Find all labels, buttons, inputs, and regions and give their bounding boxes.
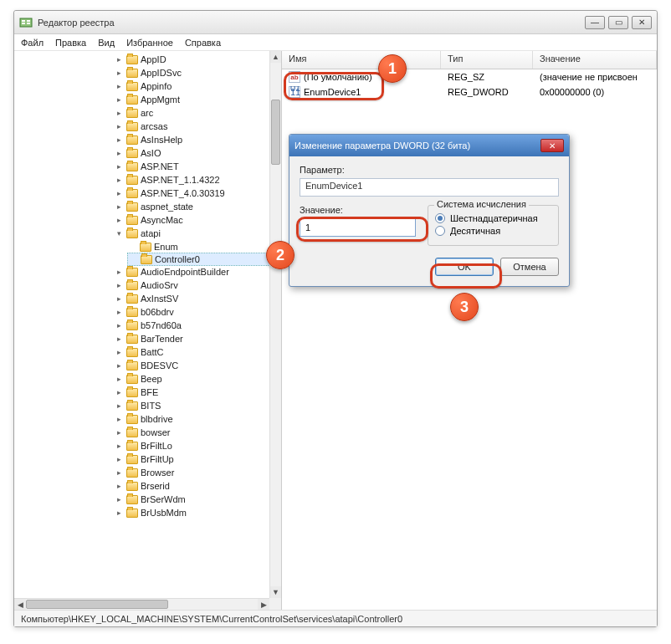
- tree-node[interactable]: ▸Appinfo: [115, 79, 269, 93]
- tree-node[interactable]: ▸bowser: [115, 426, 269, 439]
- tree-node[interactable]: ▸b06bdrv: [115, 305, 269, 319]
- expand-icon[interactable]: ▸: [115, 509, 124, 518]
- tree-node[interactable]: ▸AsInsHelp: [115, 133, 269, 146]
- expand-icon[interactable]: ▸: [115, 375, 124, 384]
- menu-favorites[interactable]: Избранное: [126, 38, 173, 48]
- titlebar[interactable]: Редактор реестра — ▭ ✕: [14, 11, 657, 34]
- expand-icon[interactable]: ▸: [115, 109, 124, 118]
- tree-node[interactable]: ▸AppMgmt: [115, 93, 269, 106]
- tree-node[interactable]: ▸BarTender: [115, 332, 269, 345]
- expand-icon[interactable]: ▸: [115, 361, 124, 371]
- tree-node[interactable]: Enum: [128, 240, 269, 253]
- tree-node[interactable]: ▸AxInstSV: [115, 292, 269, 305]
- tree-node[interactable]: ▸BDESVC: [115, 359, 269, 372]
- expand-icon[interactable]: ▸: [115, 455, 124, 464]
- tree-node[interactable]: ▸ASP.NET_4.0.30319: [115, 187, 269, 200]
- expand-icon[interactable]: ▸: [115, 401, 124, 411]
- expand-icon[interactable]: ▸: [115, 189, 124, 198]
- tree-node[interactable]: ▸BITS: [115, 399, 269, 412]
- expand-icon[interactable]: ▸: [115, 495, 124, 504]
- tree-node[interactable]: ▸BFE: [115, 386, 269, 399]
- tree-node[interactable]: ▸arcsas: [115, 120, 269, 133]
- expand-icon[interactable]: ▸: [115, 216, 124, 225]
- param-name-field[interactable]: EnumDevice1: [300, 178, 559, 197]
- expand-icon[interactable]: ▸: [115, 348, 124, 357]
- dialog-close-button[interactable]: ✕: [540, 139, 564, 152]
- scroll-down-icon[interactable]: ▼: [270, 586, 281, 598]
- regedit-window: Редактор реестра — ▭ ✕ Файл Правка Вид И…: [13, 10, 658, 627]
- expand-icon[interactable]: ▸: [115, 149, 124, 158]
- tree-node[interactable]: ▸AsyncMac: [115, 213, 269, 227]
- tree-node[interactable]: ▸aspnet_state: [115, 200, 269, 213]
- column-name[interactable]: Имя: [282, 51, 441, 69]
- expand-icon[interactable]: ▸: [115, 95, 124, 105]
- tree-node[interactable]: ▾atapi: [115, 227, 269, 240]
- tree-node[interactable]: ▸BrFiltLo: [115, 439, 269, 452]
- tree-node[interactable]: ▸BrFiltUp: [115, 452, 269, 466]
- tree-node[interactable]: ▸Brserid: [115, 479, 269, 493]
- expand-icon[interactable]: ▸: [115, 321, 124, 330]
- tree-node[interactable]: ▸BrSerWdm: [115, 493, 269, 506]
- expand-icon[interactable]: ▸: [115, 281, 124, 290]
- menu-view[interactable]: Вид: [98, 38, 115, 48]
- tree-node[interactable]: Controller0: [127, 253, 269, 266]
- menu-edit[interactable]: Правка: [55, 38, 86, 48]
- collapse-icon[interactable]: ▾: [115, 229, 124, 238]
- cancel-button[interactable]: Отмена: [500, 258, 559, 276]
- tree-node[interactable]: ▸b57nd60a: [115, 319, 269, 332]
- expand-icon[interactable]: ▸: [115, 415, 124, 424]
- tree-node[interactable]: ▸AppIDSvc: [115, 66, 269, 79]
- menu-file[interactable]: Файл: [21, 38, 44, 48]
- expand-icon[interactable]: ▸: [115, 69, 124, 78]
- tree-node[interactable]: ▸blbdrive: [115, 412, 269, 426]
- expand-icon[interactable]: ▸: [115, 135, 124, 145]
- ok-button[interactable]: OK: [435, 258, 494, 276]
- tree-node[interactable]: ▸BattC: [115, 345, 269, 359]
- radio-hexadecimal[interactable]: Шестнадцатеричная: [435, 213, 551, 223]
- registry-tree[interactable]: ▸AppID▸AppIDSvc▸Appinfo▸AppMgmt▸arc▸arcs…: [14, 51, 269, 598]
- expand-icon[interactable]: ▸: [115, 482, 124, 491]
- tree-node[interactable]: ▸AppID: [115, 53, 269, 66]
- tree-node[interactable]: ▸ASP.NET: [115, 160, 269, 173]
- tree-node[interactable]: ▸AsIO: [115, 146, 269, 160]
- expand-icon[interactable]: ▸: [115, 176, 124, 185]
- expand-icon[interactable]: ▸: [115, 468, 124, 478]
- expand-icon[interactable]: ▸: [115, 308, 124, 317]
- column-type[interactable]: Тип: [441, 51, 533, 69]
- expand-icon[interactable]: ▸: [115, 442, 124, 451]
- scroll-right-icon[interactable]: ▶: [258, 599, 269, 610]
- radio-decimal[interactable]: Десятичная: [435, 226, 551, 236]
- expand-icon[interactable]: ▸: [115, 294, 124, 304]
- tree-node[interactable]: ▸ASP.NET_1.1.4322: [115, 173, 269, 187]
- menu-help[interactable]: Справка: [185, 38, 221, 48]
- column-data[interactable]: Значение: [533, 51, 657, 69]
- expand-icon[interactable]: ▸: [115, 162, 124, 171]
- value-row-default[interactable]: ab(По умолчанию) REG_SZ (значение не при…: [282, 69, 657, 84]
- minimize-button[interactable]: —: [585, 16, 605, 29]
- scroll-thumb-h[interactable]: [26, 600, 168, 609]
- tree-node[interactable]: ▸AudioEndpointBuilder: [115, 265, 269, 279]
- maximize-button[interactable]: ▭: [608, 16, 628, 29]
- tree-vertical-scrollbar[interactable]: ▲ ▼: [269, 51, 281, 598]
- expand-icon[interactable]: ▸: [115, 335, 124, 344]
- expand-icon[interactable]: ▸: [115, 202, 124, 212]
- scroll-up-icon[interactable]: ▲: [270, 51, 281, 63]
- expand-icon[interactable]: ▸: [115, 268, 124, 277]
- tree-node[interactable]: ▸Beep: [115, 372, 269, 386]
- value-row-enumdevice1[interactable]: 011110EnumDevice1 REG_DWORD 0x00000000 (…: [282, 84, 657, 100]
- tree-node[interactable]: ▸AudioSrv: [115, 279, 269, 292]
- close-button[interactable]: ✕: [632, 16, 652, 29]
- scroll-thumb[interactable]: [271, 100, 280, 165]
- value-input[interactable]: [300, 218, 416, 237]
- tree-horizontal-scrollbar[interactable]: ◀ ▶: [14, 598, 269, 610]
- scroll-left-icon[interactable]: ◀: [14, 599, 26, 610]
- dialog-titlebar[interactable]: Изменение параметра DWORD (32 бита) ✕: [289, 135, 569, 156]
- expand-icon[interactable]: ▸: [115, 388, 124, 397]
- tree-node[interactable]: ▸arc: [115, 106, 269, 120]
- expand-icon[interactable]: ▸: [115, 55, 124, 64]
- expand-icon[interactable]: ▸: [115, 122, 124, 131]
- expand-icon[interactable]: ▸: [115, 428, 124, 437]
- expand-icon[interactable]: ▸: [115, 82, 124, 91]
- tree-node[interactable]: ▸Browser: [115, 466, 269, 479]
- tree-node[interactable]: ▸BrUsbMdm: [115, 506, 269, 519]
